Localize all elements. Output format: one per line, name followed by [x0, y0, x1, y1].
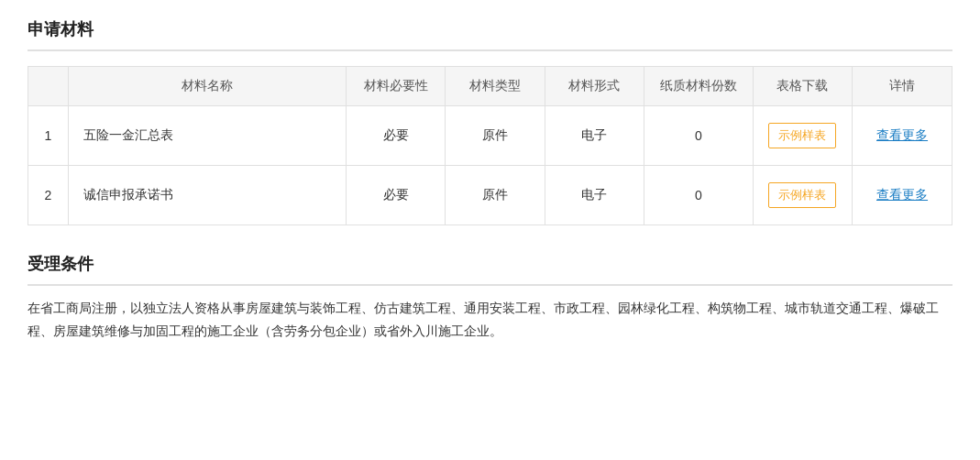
row-sample-cell: 示例样表: [753, 166, 852, 225]
row-index: 1: [28, 106, 68, 166]
section2-title: 受理条件: [28, 253, 952, 286]
section1-title: 申请材料: [28, 18, 952, 51]
row-name: 诚信申报承诺书: [68, 166, 346, 225]
row-detail-cell: 查看更多: [853, 106, 952, 166]
row-form: 电子: [545, 166, 644, 225]
col-detail: 详情: [853, 67, 952, 106]
col-paper-copies: 纸质材料份数: [644, 67, 753, 106]
row-necessity: 必要: [346, 166, 445, 225]
row-paper-copies: 0: [644, 166, 753, 225]
row-paper-copies: 0: [644, 106, 753, 166]
row-sample-cell: 示例样表: [753, 106, 852, 166]
materials-table: 材料名称 材料必要性 材料类型 材料形式 纸质材料份数 表格下载 详情 1五险一…: [28, 67, 952, 225]
conditions-text: 在省工商局注册，以独立法人资格从事房屋建筑与装饰工程、仿古建筑工程、通用安装工程…: [28, 297, 952, 343]
detail-link[interactable]: 查看更多: [876, 127, 928, 142]
table-header-row: 材料名称 材料必要性 材料类型 材料形式 纸质材料份数 表格下载 详情: [28, 67, 952, 106]
row-name: 五险一金汇总表: [68, 106, 346, 166]
col-name: 材料名称: [68, 67, 346, 106]
detail-link[interactable]: 查看更多: [876, 187, 928, 202]
col-type: 材料类型: [446, 67, 545, 106]
row-form: 电子: [545, 106, 644, 166]
materials-table-container: 材料名称 材料必要性 材料类型 材料形式 纸质材料份数 表格下载 详情 1五险一…: [28, 66, 952, 225]
table-row: 1五险一金汇总表必要原件电子0示例样表查看更多: [28, 106, 952, 166]
col-download: 表格下载: [753, 67, 852, 106]
table-body: 1五险一金汇总表必要原件电子0示例样表查看更多2诚信申报承诺书必要原件电子0示例…: [28, 106, 952, 225]
sample-button[interactable]: 示例样表: [768, 182, 836, 208]
table-row: 2诚信申报承诺书必要原件电子0示例样表查看更多: [28, 166, 952, 225]
sample-button[interactable]: 示例样表: [768, 123, 836, 148]
row-type: 原件: [446, 166, 545, 225]
col-necessity: 材料必要性: [346, 67, 445, 106]
row-necessity: 必要: [346, 106, 445, 166]
col-index: [28, 67, 68, 106]
row-detail-cell: 查看更多: [853, 166, 952, 225]
row-index: 2: [28, 166, 68, 225]
col-form: 材料形式: [545, 67, 644, 106]
row-type: 原件: [446, 106, 545, 166]
